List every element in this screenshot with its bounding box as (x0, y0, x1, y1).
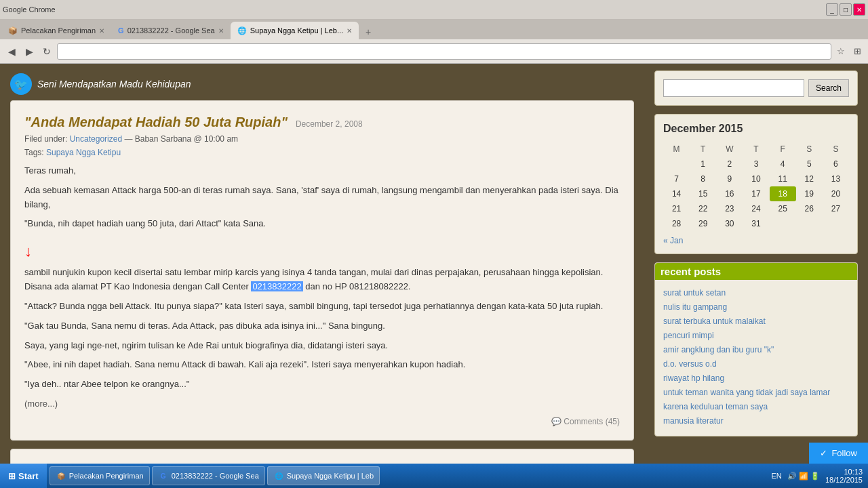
calendar-day[interactable]: 26 (796, 201, 823, 216)
recent-post-item: pencuri mimpi (663, 328, 849, 342)
forward-button[interactable]: ▶ (22, 44, 37, 59)
twitter-icon: 🐦 (10, 73, 32, 95)
read-more-link[interactable]: (more...) (24, 399, 58, 409)
calendar-day[interactable]: 24 (743, 201, 769, 216)
recent-post-item: manusia literatur (663, 413, 849, 428)
calendar-day[interactable]: 12 (796, 171, 823, 186)
calendar-week-row: 123456 (663, 157, 849, 171)
calendar-day[interactable]: 3 (743, 157, 769, 171)
taskbar-label-3: Supaya Ngga Ketipu | Leb (287, 472, 374, 480)
window-controls[interactable]: _ □ ✕ (826, 3, 865, 16)
calendar-day[interactable]: 22 (690, 201, 716, 216)
article-1-tag-link[interactable]: Supaya Ngga Ketipu (46, 148, 121, 157)
calendar-day[interactable]: 14 (663, 186, 690, 201)
recent-post-link[interactable]: amir angklung dan ibu guru "k" (663, 345, 774, 354)
tab-1-close[interactable]: ✕ (99, 27, 104, 35)
recent-post-link[interactable]: riwayat hp hilang (663, 373, 724, 383)
article-1-title: "Anda Mendapat Hadiah 50 Juta Rupiah" (24, 115, 288, 130)
article-1-title-link[interactable]: "Anda Mendapat Hadiah 50 Juta Rupiah" (24, 115, 288, 129)
recent-post-link[interactable]: manusia literatur (663, 416, 724, 426)
search-input[interactable] (663, 79, 804, 97)
article-1-para-6: "Gak tau Bunda, Sana nemu di teras. Ada … (24, 319, 620, 333)
follow-button[interactable]: ✓ Follow (809, 443, 868, 464)
calendar-day[interactable]: 13 (823, 171, 849, 186)
calendar-day[interactable]: 6 (823, 157, 849, 171)
translate-icon[interactable]: ⊞ (850, 45, 864, 58)
taskbar-item-2[interactable]: G 0213832222 - Google Sea (152, 466, 265, 485)
comments-link[interactable]: 💬 Comments (45) (551, 417, 620, 426)
calendar-widget: December 2015 M T W T F S S 123456789101… (654, 114, 858, 254)
calendar-day[interactable]: 8 (690, 171, 716, 186)
calendar-day[interactable]: 17 (743, 186, 769, 201)
recent-post-item: riwayat hp hilang (663, 371, 849, 385)
calendar-day[interactable]: 19 (796, 186, 823, 201)
calendar-day[interactable]: 16 (716, 186, 743, 201)
recent-post-link[interactable]: untuk teman wanita yang tidak jadi saya … (663, 388, 830, 397)
address-bar[interactable]: https://lebahcerdas.wordpress.com/tag/su… (57, 43, 831, 60)
tab-3-close[interactable]: ✕ (347, 27, 352, 35)
article-1-meta: Filed under: Uncategorized — Baban Sarba… (24, 134, 620, 144)
calendar-day[interactable]: 7 (663, 171, 690, 186)
recent-post-link[interactable]: nulis itu gampang (663, 302, 727, 312)
recent-post-link[interactable]: pencuri mimpi (663, 331, 714, 340)
calendar-body: 1234567891011121314151617181920212223242… (663, 157, 849, 231)
follow-label: Follow (831, 448, 857, 458)
article-1-category-link[interactable]: Uncategorized (70, 134, 122, 144)
tab-2[interactable]: G 0213832222 - Google Sea ✕ (111, 22, 231, 39)
calendar-day[interactable]: 10 (743, 171, 769, 186)
red-arrow-container: ↓ (24, 237, 620, 266)
tab-3[interactable]: 🌐 Supaya Ngga Ketipu | Leb... ✕ (231, 22, 359, 39)
recent-post-link[interactable]: karena keduluan teman saya (663, 402, 768, 411)
calendar-day[interactable]: 25 (770, 201, 796, 216)
calendar-prev-link[interactable]: « Jan (663, 236, 683, 245)
calendar-day[interactable]: 15 (690, 186, 716, 201)
calendar-day[interactable]: 11 (770, 171, 796, 186)
recent-post-link[interactable]: surat terbuka untuk malaikat (663, 317, 766, 326)
tab-2-close[interactable]: ✕ (218, 27, 224, 35)
new-tab-button[interactable]: + (359, 24, 378, 39)
cal-hdr-w: W (716, 142, 743, 157)
calendar-day[interactable]: 18 (770, 186, 796, 201)
calendar-day[interactable]: 21 (663, 201, 690, 216)
phone-number-highlight: 0213832222 (251, 281, 302, 291)
blog-title-header: Seni Mendapatkan Madu Kehidupan (37, 79, 191, 89)
calendar-day[interactable]: 29 (690, 216, 716, 231)
bookmark-star-icon[interactable]: ☆ (834, 45, 848, 58)
tab-1[interactable]: 📦 Pelacakan Pengiriman ✕ (1, 22, 111, 39)
calendar-day[interactable]: 20 (823, 186, 849, 201)
calendar-day[interactable]: 4 (770, 157, 796, 171)
calendar-day[interactable]: 9 (716, 171, 743, 186)
browser-chrome: Google Chrome _ □ ✕ 📦 Pelacakan Pengirim… (0, 0, 868, 64)
article-1-header: "Anda Mendapat Hadiah 50 Juta Rupiah" De… (24, 115, 620, 130)
nav-bar: ◀ ▶ ↻ https://lebahcerdas.wordpress.com/… (0, 39, 868, 64)
calendar-day[interactable]: 1 (690, 157, 716, 171)
taskbar-icon-1: 📦 (56, 470, 66, 481)
recent-post-item: surat untuk setan (663, 285, 849, 300)
calendar-day[interactable]: 30 (716, 216, 743, 231)
calendar-day[interactable]: 2 (716, 157, 743, 171)
cal-hdr-f: F (770, 142, 796, 157)
start-button[interactable]: ⊞ Start (0, 464, 47, 488)
tabs-bar: 📦 Pelacakan Pengiriman ✕ G 0213832222 - … (0, 19, 868, 39)
back-button[interactable]: ◀ (4, 44, 19, 59)
calendar-day[interactable]: 27 (823, 201, 849, 216)
reload-button[interactable]: ↻ (39, 44, 54, 59)
calendar-day[interactable]: 28 (663, 216, 690, 231)
calendar-day[interactable]: 31 (743, 216, 769, 231)
recent-posts-list: surat untuk setannulis itu gampangsurat … (663, 285, 849, 428)
recent-post-link[interactable]: d.o. versus o.d (663, 359, 717, 369)
article-1-para-4: sambil nunjukin kupon kecil disertai sat… (24, 266, 620, 294)
recent-post-item: amir angklung dan ibu guru "k" (663, 342, 849, 357)
taskbar-item-1[interactable]: 📦 Pelacakan Pengiriman (50, 466, 150, 485)
taskbar-item-3[interactable]: 🌐 Supaya Ngga Ketipu | Leb (267, 466, 380, 485)
calendar-day[interactable]: 5 (796, 157, 823, 171)
minimize-button[interactable]: _ (826, 3, 838, 16)
search-button[interactable]: Search (808, 79, 849, 97)
recent-post-link[interactable]: surat untuk setan (663, 288, 726, 298)
close-button[interactable]: ✕ (853, 3, 865, 16)
calendar-day[interactable]: 23 (716, 201, 743, 216)
windows-logo-icon: ⊞ (8, 471, 16, 481)
cal-hdr-t1: T (690, 142, 716, 157)
calendar-title: December 2015 (663, 123, 849, 135)
maximize-button[interactable]: □ (840, 3, 852, 16)
